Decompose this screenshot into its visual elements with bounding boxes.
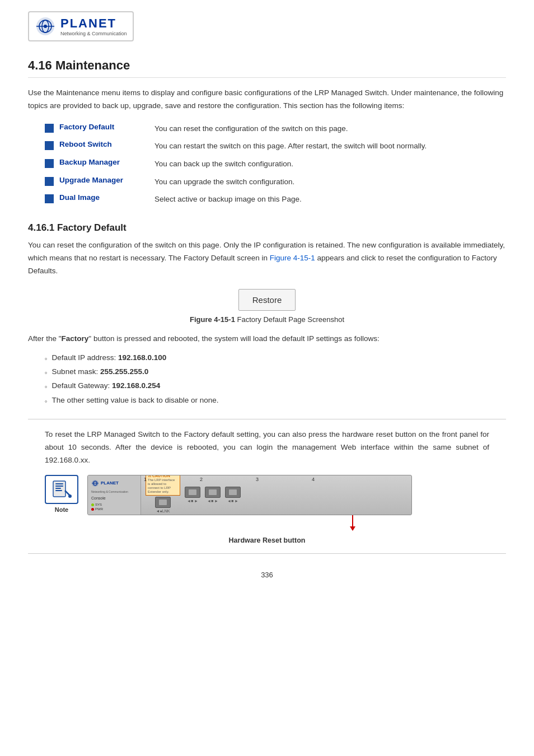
note-top-text: To reset the LRP Managed Switch to the F… [45, 428, 489, 467]
device-ports-area: ⚠ CAUTION The LRP interface is allowed t… [141, 475, 411, 515]
hw-reset-label: Hardware Reset button [45, 536, 489, 544]
sub-section-text: You can reset the configuration of the s… [28, 239, 506, 278]
sys-led [91, 503, 94, 506]
bullet-list: Default IP address: 192.168.0.100 Subnet… [45, 351, 506, 408]
port-group-1: ⚠ CAUTION The LRP interface is allowed t… [146, 475, 180, 515]
bullet-gateway-value: 192.168.0.254 [112, 381, 160, 390]
logo-planet-text: PLANET [60, 16, 127, 31]
port-3-link: ◄■ ► [207, 499, 218, 503]
svg-rect-9 [55, 490, 62, 491]
figure-container: Restore Figure 4-15-1 Factory Default Pa… [28, 289, 506, 324]
figure-caption-text: Factory Default Page Screenshot [237, 315, 345, 324]
factory-default-icon [45, 124, 54, 133]
port-num-2: 2 [200, 477, 203, 482]
port-1-jack [155, 497, 171, 508]
device-mockup-area: PLANET Networking & Communication Consol… [87, 475, 489, 531]
restore-button[interactable]: Restore [238, 289, 296, 311]
port-1-arrows: ◄●LNK [156, 509, 170, 513]
bullet-gateway-text: Default Gateway: 192.168.0.254 [52, 379, 161, 393]
reset-arrow-line [352, 515, 353, 526]
device-left-panel: PLANET Networking & Communication Consol… [88, 475, 141, 515]
menu-row-backup: Backup Manager You can back up the switc… [45, 158, 506, 170]
logo-sub-text: Networking & Communication [60, 31, 127, 36]
backup-manager-icon [45, 159, 54, 168]
pwr-label: PWR [95, 507, 103, 511]
figure-caption: Figure 4-15-1 Factory Default Page Scree… [190, 315, 344, 324]
sub-section-title: 4.16.1 Factory Default [28, 222, 506, 234]
dual-image-icon [45, 194, 54, 203]
svg-rect-8 [55, 488, 61, 489]
device-logo-row: PLANET [91, 479, 137, 487]
device-console-label: Console [91, 496, 137, 500]
menu-table: Factory Default You can reset the config… [45, 123, 506, 206]
note-icon-box [45, 475, 78, 504]
dual-image-label: Dual Image [59, 193, 149, 202]
device-led-group: SYS PWR [91, 503, 103, 511]
factory-bold: Factory [62, 334, 89, 343]
figure-link[interactable]: Figure 4-15-1 [270, 254, 315, 262]
note-icon-area: Note [45, 475, 78, 513]
intro-text: Use the Maintenance menu items to displa… [28, 87, 506, 113]
port-4-link: ◄■ ► [227, 499, 238, 503]
device-logo-text: PLANET [101, 480, 119, 486]
reset-arrow-head [350, 526, 355, 531]
caution-box: ⚠ CAUTION The LRP interface is allowed t… [146, 475, 180, 496]
port-group-3: ◄■ ► [205, 487, 221, 503]
bullet-ip-text: Default IP address: 192.168.0.100 [52, 351, 167, 365]
bullet-subnet-value: 255.255.255.0 [100, 367, 148, 376]
upgrade-manager-label: Upgrade Manager [59, 176, 149, 184]
menu-row-dual: Dual Image Select active or backup image… [45, 193, 506, 206]
note-label: Note [55, 506, 68, 513]
upgrade-manager-desc: You can upgrade the switch configuration… [154, 176, 294, 188]
port-2-jack [185, 487, 200, 498]
port-num-3: 3 [256, 477, 259, 482]
logo-box: PLANET Networking & Communication [28, 11, 134, 41]
logo-text-block: PLANET Networking & Communication [60, 16, 127, 36]
device-image-wrapper: Note [45, 475, 489, 531]
bullet-other: The other setting value is back to disab… [45, 394, 506, 408]
reboot-switch-icon [45, 141, 54, 150]
pwr-led-row: PWR [91, 507, 103, 511]
bullet-ip-value: 192.168.0.100 [118, 353, 166, 362]
port-group-4: ◄■ ► [225, 487, 241, 503]
svg-rect-7 [55, 486, 63, 487]
device-note-content: Note [45, 475, 489, 531]
logo-area: PLANET Networking & Communication [28, 11, 506, 41]
port-num-1: 1 [144, 477, 147, 482]
device-planet-logo-icon [91, 479, 99, 487]
reboot-switch-label: Reboot Switch [59, 140, 149, 148]
port-4-jack [225, 487, 241, 498]
port-2-arrows: ◄■ ► [187, 499, 198, 503]
port-4-arrows: ◄■ ► [227, 499, 238, 503]
pwr-led [91, 508, 94, 511]
bullet-ip: Default IP address: 192.168.0.100 [45, 351, 506, 365]
backup-manager-label: Backup Manager [59, 158, 149, 166]
port-group-2: ◄■ ► [185, 487, 200, 503]
factory-default-desc: You can reset the configuration of the s… [154, 123, 348, 135]
dual-image-desc: Select active or backup image on this Pa… [154, 193, 302, 206]
backup-manager-desc: You can back up the switch configuration… [154, 158, 293, 170]
device-leds: SYS PWR [91, 503, 137, 511]
figure-label: Figure 4-15-1 [190, 315, 235, 324]
after-factory-text: After the "Factory" button is pressed an… [28, 333, 506, 346]
port-2-link: ◄■ ► [187, 499, 198, 503]
bullet-subnet: Subnet mask: 255.255.255.0 [45, 365, 506, 379]
bullet-subnet-text: Subnet mask: 255.255.255.0 [52, 365, 149, 379]
planet-logo-icon [35, 16, 56, 37]
note-document-icon [50, 479, 73, 500]
device-full: PLANET Networking & Communication Consol… [87, 475, 412, 515]
sys-label: SYS [95, 503, 102, 506]
svg-point-4 [44, 25, 47, 28]
sys-led-row: SYS [91, 503, 103, 506]
upgrade-manager-icon [45, 177, 54, 186]
menu-row-reboot: Reboot Switch You can restart the switch… [45, 140, 506, 152]
reset-arrow-container [152, 515, 534, 531]
link-arrow: ◄●LNK [156, 509, 170, 513]
device-sub-text: Networking & Communication [91, 490, 137, 493]
menu-row-factory: Factory Default You can reset the config… [45, 123, 506, 135]
factory-default-label: Factory Default [59, 123, 149, 131]
reboot-switch-desc: You can restart the switch on this page.… [154, 140, 427, 152]
port-3-jack [205, 487, 221, 498]
bullet-other-text: The other setting value is back to disab… [52, 394, 219, 407]
note-text-area: To reset the LRP Managed Switch to the F… [45, 428, 489, 544]
